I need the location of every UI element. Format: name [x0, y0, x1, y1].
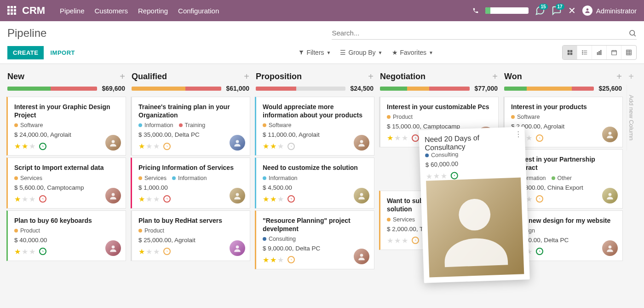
tag[interactable]: Services	[387, 216, 415, 223]
kanban-card-dragging[interactable]: ⋮ Need 20 Days of Consultancy Consulting…	[419, 127, 529, 283]
tag[interactable]: Software	[511, 114, 540, 120]
conversations-icon[interactable]: 15	[535, 6, 545, 16]
tag[interactable]: Product	[14, 227, 40, 234]
priority-star[interactable]: ★	[277, 195, 284, 203]
card-title[interactable]: Would appreciate more information about …	[263, 103, 368, 119]
column-progress-bar[interactable]	[132, 87, 221, 91]
priority-star[interactable]: ★	[263, 142, 269, 151]
tag[interactable]: Training	[179, 122, 206, 128]
priority-star[interactable]: ★	[146, 142, 152, 151]
column-title[interactable]: Qualified	[132, 72, 167, 81]
priority-star[interactable]: ★	[263, 195, 269, 203]
tag[interactable]: Other	[552, 175, 572, 181]
assignee-avatar[interactable]	[426, 177, 524, 277]
kanban-card[interactable]: Trainee's training plan in your Organiza…	[131, 97, 250, 156]
card-title[interactable]: Interest in your customizable Pcs	[387, 103, 493, 111]
tag[interactable]: Information	[172, 175, 207, 181]
tag[interactable]: Services	[14, 175, 42, 181]
priority-star[interactable]: ★	[138, 195, 145, 203]
priority-star[interactable]: ★	[394, 134, 401, 142]
assignee-avatar[interactable]	[105, 240, 121, 256]
kanban-card[interactable]: "Resource Planning" project develpment C…	[255, 210, 374, 269]
priority-star[interactable]: ★	[22, 195, 28, 203]
priority-star[interactable]: ★	[387, 236, 393, 245]
kanban-card[interactable]: Plan to buy RedHat servers Product $ 25,…	[131, 210, 250, 261]
assignee-avatar[interactable]	[354, 249, 369, 264]
priority-star[interactable]: ★	[153, 142, 160, 151]
priority-star[interactable]: ★	[22, 247, 28, 256]
column-title[interactable]: Negotiation	[380, 72, 426, 81]
assignee-avatar[interactable]	[602, 127, 618, 142]
column-title[interactable]: New	[7, 72, 24, 81]
activity-status-icon[interactable]	[536, 248, 543, 255]
quick-create-icon[interactable]: +	[492, 71, 498, 82]
kanban-card[interactable]: Script to Import external data Services …	[6, 157, 126, 208]
user-menu[interactable]: Administrator	[582, 6, 637, 16]
column-title[interactable]: Won	[504, 72, 522, 81]
activity-status-icon[interactable]	[288, 256, 295, 263]
search-icon[interactable]	[628, 29, 637, 37]
assignee-avatar[interactable]	[230, 240, 245, 256]
card-title[interactable]: Need to customize the solution	[263, 163, 368, 172]
priority-star[interactable]: ★	[29, 142, 35, 151]
favorites-menu[interactable]: ★Favorites▼	[392, 49, 433, 56]
activity-status-icon[interactable]	[39, 195, 46, 203]
priority-star[interactable]: ★	[14, 142, 21, 151]
priority-star[interactable]: ★	[153, 195, 160, 203]
priority-star[interactable]: ★	[138, 142, 145, 151]
card-title[interactable]: Plan to buy RedHat servers	[138, 216, 244, 225]
nav-link-configuration[interactable]: Configuration	[178, 7, 219, 15]
activity-status-icon[interactable]	[39, 248, 46, 255]
quick-create-icon[interactable]: +	[244, 71, 249, 82]
trial-progress[interactable]	[485, 7, 529, 14]
activities-icon[interactable]: 17	[552, 6, 562, 16]
activity-status-icon[interactable]	[39, 143, 46, 150]
activity-status-icon[interactable]	[163, 195, 171, 203]
kanban-card[interactable]: Interest in your Graphic Design Project …	[6, 97, 126, 156]
activity-status-icon[interactable]	[412, 134, 419, 142]
app-brand[interactable]: CRM	[22, 5, 45, 17]
view-kanban[interactable]	[563, 46, 577, 59]
activity-status-icon[interactable]	[288, 195, 295, 203]
kebab-icon[interactable]: ⋮	[514, 129, 521, 138]
assignee-avatar[interactable]	[354, 188, 369, 203]
groupby-menu[interactable]: ☰Group By▼	[340, 49, 382, 56]
kanban-card[interactable]: Would appreciate more information about …	[255, 97, 374, 156]
tag[interactable]: Services	[138, 175, 167, 181]
view-graph[interactable]	[592, 46, 607, 59]
nav-link-pipeline[interactable]: Pipeline	[60, 7, 84, 15]
priority-star[interactable]: ★	[402, 134, 408, 142]
priority-star[interactable]: ★	[440, 171, 447, 180]
priority-star[interactable]: ★	[22, 142, 28, 151]
view-pivot[interactable]	[621, 46, 636, 59]
import-button[interactable]: IMPORT	[50, 49, 75, 56]
nav-link-reporting[interactable]: Reporting	[138, 7, 168, 15]
tag[interactable]: Information	[138, 122, 173, 128]
tag[interactable]: Consulting	[425, 151, 459, 159]
assignee-avatar[interactable]	[230, 188, 245, 203]
tag[interactable]: Software	[263, 122, 291, 128]
assignee-avatar[interactable]	[602, 188, 618, 203]
priority-star[interactable]: ★	[138, 247, 145, 256]
phone-icon[interactable]	[472, 7, 479, 14]
quick-create-icon[interactable]: +	[368, 71, 374, 82]
assignee-avatar[interactable]	[602, 240, 618, 256]
priority-star[interactable]: ★	[14, 247, 21, 256]
priority-star[interactable]: ★	[146, 247, 152, 256]
priority-star[interactable]: ★	[526, 134, 532, 142]
search-input[interactable]	[332, 29, 628, 37]
tag[interactable]: Consulting	[263, 236, 296, 242]
activity-status-icon[interactable]	[450, 172, 458, 180]
priority-star[interactable]: ★	[433, 172, 440, 180]
priority-star[interactable]: ★	[277, 142, 284, 151]
tag[interactable]: Product	[387, 114, 413, 120]
card-title[interactable]: Interest in your Graphic Design Project	[14, 103, 120, 119]
priority-star[interactable]: ★	[402, 236, 408, 245]
priority-star[interactable]: ★	[277, 256, 284, 264]
filters-menu[interactable]: Filters▼	[299, 49, 331, 56]
close-icon[interactable]: ✕	[568, 5, 576, 16]
create-button[interactable]: CREATE	[7, 46, 44, 59]
kanban-card[interactable]: Plan to buy 60 keyboards Product $ 40,00…	[6, 210, 126, 261]
activity-status-icon[interactable]	[163, 248, 171, 255]
priority-star[interactable]: ★	[270, 256, 276, 264]
